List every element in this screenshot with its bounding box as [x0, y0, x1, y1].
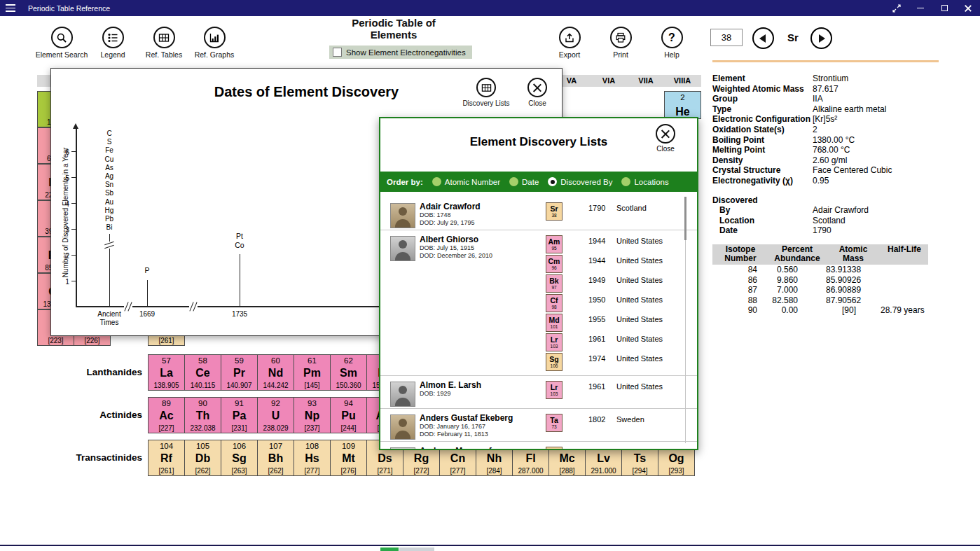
element-cell[interactable]: 58 Ce 140.115 [184, 354, 221, 391]
order-option[interactable]: Date [509, 177, 539, 186]
element-cell-he[interactable]: 2 He [664, 91, 701, 119]
radio-icon [621, 177, 630, 186]
element-tile[interactable]: Cf 98 [546, 294, 563, 312]
discovered-header: Discovered [712, 195, 931, 206]
discoverer-entry[interactable]: Albert Ghiorso DOB: July 15, 1915 DOD: D… [380, 230, 697, 376]
discovery-location: United States [616, 333, 663, 343]
ref-graphs-button[interactable]: Ref. Graphs [186, 27, 242, 59]
chart-element-label: Hg [100, 207, 118, 215]
y-tick: 6 [56, 147, 76, 156]
order-option[interactable]: Atomic Number [432, 177, 500, 186]
element-tile[interactable]: Lr 103 [546, 333, 563, 351]
element-tile[interactable]: Zn 30 [546, 447, 563, 449]
isotope-row: 87 7.000 86.90889 [712, 285, 928, 295]
order-option[interactable]: Discovered By [548, 177, 612, 186]
discovery-row: Lr 103 1961 United States [546, 381, 684, 400]
print-button[interactable]: Print [593, 27, 649, 59]
element-tile[interactable]: Sr 38 [546, 202, 563, 221]
element-search-button[interactable]: Element Search [34, 27, 90, 59]
atomic-number-input[interactable] [710, 29, 743, 46]
hamburger-menu-icon[interactable] [0, 0, 21, 16]
chart-element-label: P [140, 266, 154, 274]
element-cell[interactable]: 89 Ac [227] [148, 397, 185, 433]
discovered-label: Date [712, 225, 813, 236]
discoverer-name: Almon E. Larsh [420, 380, 546, 390]
element-cell[interactable]: 108 Hs [277] [294, 440, 331, 476]
discovered-row: ByAdair Crawford [712, 205, 931, 216]
discoverer-entry[interactable]: Andreas Marggraf Zn 30 1746 [380, 442, 697, 449]
electronegativity-checkbox[interactable] [333, 48, 342, 57]
element-tile[interactable]: Ta 73 [546, 414, 563, 432]
chart-y-axis-arrow [73, 123, 78, 129]
element-cell[interactable]: 60 Nd 144.242 [257, 354, 294, 391]
element-cell[interactable]: 91 Pa [231] [221, 397, 258, 433]
element-cell[interactable]: 109 Mt [276] [330, 440, 367, 476]
discoverer-portrait [390, 236, 415, 261]
discovery-location: Germany [616, 447, 648, 449]
print-icon [615, 32, 626, 43]
ref-tables-button[interactable]: Ref. Tables [136, 27, 192, 59]
element-cell[interactable]: 94 Pu [244] [330, 397, 367, 433]
isotope-table: IsotopeNumber PercentAbundance AtomicMas… [712, 244, 928, 316]
discovery-lists-button[interactable]: Discovery Lists [461, 78, 511, 107]
discoverer-name: Andreas Marggraf [420, 446, 546, 449]
property-label: Crystal Structure [712, 165, 813, 176]
element-cell[interactable]: 92 U 238.029 [257, 397, 294, 433]
discoverer-entry[interactable]: Anders Gustaf Ekeberg DOB: January 16, 1… [380, 409, 697, 442]
element-cell[interactable]: 93 Np [237] [294, 397, 331, 433]
element-tile[interactable]: Lr 103 [546, 381, 563, 399]
fullscreen-button[interactable] [885, 0, 909, 16]
element-cell[interactable]: 105 Db [262] [184, 440, 221, 476]
y-tick: 3 [56, 225, 76, 234]
element-cell[interactable]: 106 Sg [263] [221, 440, 258, 476]
help-button[interactable]: ? Help [644, 27, 700, 59]
discovery-row: Sr 38 1790 Scotland [546, 202, 684, 222]
element-cell[interactable]: 59 Pr 140.907 [221, 354, 258, 391]
discovery-location: United States [616, 353, 663, 363]
discovery-row: Cf 98 1950 United States [546, 294, 684, 314]
element-cell[interactable]: 61 Pm [145] [294, 354, 331, 391]
previous-element-button[interactable] [752, 27, 774, 49]
element-tile[interactable]: Bk 97 [546, 274, 563, 293]
isotope-row: 90 0.00 [90] 28.79 years [712, 305, 928, 316]
chart-element-label: Sb [100, 189, 118, 197]
element-cell[interactable]: 90 Th 232.038 [184, 397, 221, 433]
discoverer-name: Anders Gustaf Ekeberg [420, 413, 546, 423]
next-element-button[interactable] [810, 27, 832, 49]
element-cell[interactable]: 57 La 138.905 [148, 354, 185, 391]
discovered-row: LocationScotland [712, 216, 931, 226]
element-tile[interactable]: Cm 96 [546, 255, 563, 273]
scrollbar-thumb[interactable] [684, 197, 687, 240]
discoverer-entry[interactable]: Almon E. Larsh DOB: 1929 Lr 103 196 [380, 376, 697, 409]
maximize-button[interactable] [932, 0, 956, 16]
property-row: Electronegativity (χ)0.95 [712, 176, 931, 186]
search-icon [56, 32, 67, 43]
discovery-year: 1950 [588, 294, 616, 304]
group-header: VIA [591, 76, 627, 85]
discoverer-portrait [390, 203, 415, 228]
export-button[interactable]: Export [541, 27, 598, 59]
element-cell[interactable]: 107 Bh [262] [257, 440, 294, 476]
app-window: Periodic Table Reference Element Search … [0, 0, 980, 551]
discoverer-entry[interactable]: Adair Crawford DOB: 1748 DOD: July 29, 1… [380, 197, 697, 230]
transactinides-label: Transactinides [28, 440, 142, 476]
discoverer-dob: DOB: July 15, 1915 [420, 244, 546, 252]
discovery-year: 1974 [588, 353, 616, 363]
close-window-button[interactable] [956, 0, 980, 16]
legend-button[interactable]: Legend [85, 27, 141, 59]
element-cell[interactable]: 104 Rf [261] [148, 440, 185, 476]
property-label: Boiling Point [712, 135, 813, 146]
electronegativity-toggle[interactable]: Show Element Electronegativities [329, 46, 472, 59]
order-option[interactable]: Locations [621, 177, 668, 186]
element-tile[interactable]: Sg 106 [546, 353, 563, 371]
element-tile[interactable]: Am 95 [546, 235, 563, 253]
element-cell[interactable]: 62 Sm 150.360 [330, 354, 367, 391]
close-discovery-lists-button[interactable]: Close [648, 124, 683, 153]
element-tile[interactable]: Md 101 [546, 314, 563, 332]
close-dates-dialog-button[interactable]: Close [512, 78, 563, 107]
minimize-button[interactable] [909, 0, 932, 16]
property-value: 768.00 °C [813, 145, 850, 155]
discovery-year: 1961 [588, 333, 616, 343]
property-value: 2 [813, 125, 817, 134]
discovered-row: Date1790 [712, 225, 931, 236]
